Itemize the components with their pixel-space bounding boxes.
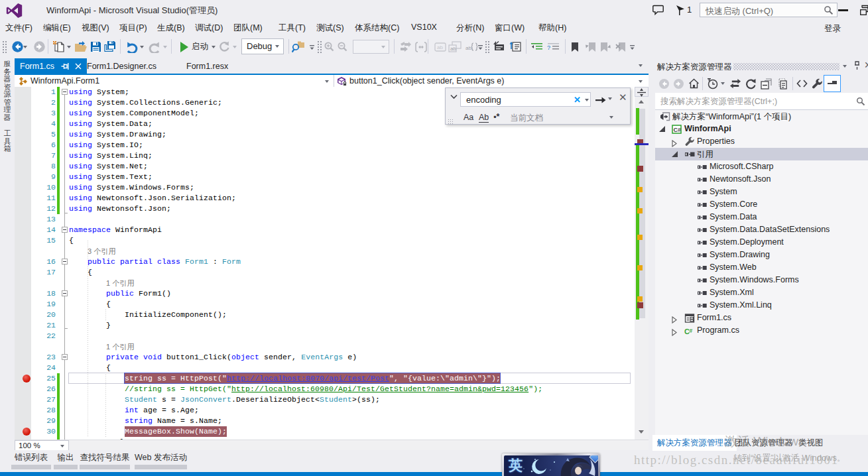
redo-button[interactable] bbox=[149, 35, 161, 58]
code-line[interactable]: { bbox=[69, 267, 635, 278]
find-close-button[interactable]: ✕ bbox=[619, 91, 627, 103]
bottom-tab-1[interactable]: 输出 bbox=[54, 452, 78, 463]
code-text[interactable]: using System;using System.Collections.Ge… bbox=[69, 87, 635, 440]
code-line[interactable]: using Newtonsoft.Json; bbox=[69, 204, 635, 214]
tree-item-microsoft.csharp[interactable]: Microsoft.CSharp bbox=[655, 160, 868, 173]
properties-wrench-button[interactable] bbox=[812, 74, 823, 93]
chevron-expanded-icon[interactable] bbox=[672, 151, 678, 157]
panel-drag-texture[interactable] bbox=[733, 63, 839, 70]
tree-item-winformapi[interactable]: C#WinformApi bbox=[655, 123, 868, 135]
previous-bookmark-button[interactable] bbox=[584, 35, 596, 58]
refresh-dropdown[interactable] bbox=[233, 35, 237, 58]
new-file-button[interactable] bbox=[53, 35, 65, 58]
comment-button[interactable] bbox=[493, 35, 505, 58]
navigate-to-button[interactable] bbox=[399, 35, 411, 58]
code-line[interactable] bbox=[69, 331, 635, 341]
chevron-down-icon[interactable] bbox=[212, 46, 216, 48]
sign-in-link[interactable]: 登录 bbox=[824, 23, 841, 34]
chevron-down-icon[interactable] bbox=[163, 46, 167, 48]
breakpoint-dot[interactable] bbox=[23, 428, 31, 436]
pending-changes-filter-dropdown[interactable] bbox=[721, 74, 725, 93]
find-in-files-button[interactable] bbox=[292, 35, 305, 58]
minimize-button[interactable] bbox=[838, 9, 848, 11]
navbar-member-dropdown[interactable] bbox=[639, 80, 643, 83]
find-scope-dropdown[interactable] bbox=[609, 116, 613, 119]
code-line[interactable]: MessageBox.Show(Name); bbox=[69, 426, 635, 437]
zoom-level-combobox[interactable] bbox=[353, 40, 389, 54]
code-line[interactable]: //string ss = HttpGet("http://localhost:… bbox=[69, 384, 635, 394]
menu-h[interactable]: 帮助(H) bbox=[538, 23, 566, 34]
navigate-backward-dropdown[interactable] bbox=[23, 35, 27, 58]
toolbar-overflow-button[interactable] bbox=[629, 35, 636, 58]
menu-vsx[interactable]: VS10X bbox=[411, 23, 437, 32]
code-line[interactable]: 1 个引用 bbox=[69, 341, 635, 352]
chevron-down-icon[interactable] bbox=[23, 46, 27, 48]
menu-b[interactable]: 生成(B) bbox=[157, 23, 185, 34]
bookmark-toggle-button[interactable] bbox=[570, 35, 580, 58]
tab-form1-designer-cs[interactable]: Form1.Designer.cs bbox=[87, 58, 156, 74]
menu-s[interactable]: 测试(S) bbox=[316, 23, 344, 34]
code-line[interactable]: using System.Drawing; bbox=[69, 129, 635, 140]
code-snippet-button[interactable]: ab bbox=[465, 35, 478, 58]
code-line[interactable]: InitializeComponent(); bbox=[69, 310, 635, 320]
tree-item-system[interactable]: System bbox=[655, 186, 868, 198]
zoom-out-button[interactable] bbox=[337, 35, 348, 58]
find-resize-grip[interactable] bbox=[448, 119, 453, 124]
code-line[interactable] bbox=[69, 214, 635, 225]
tab-list-dropdown[interactable] bbox=[639, 64, 643, 67]
navbar-type-dropdown[interactable] bbox=[325, 80, 329, 83]
pending-changes-filter-button[interactable] bbox=[707, 74, 719, 93]
toolbar-grip[interactable] bbox=[317, 40, 322, 53]
code-line[interactable]: Student s = JsonConvert.DeserializeObjec… bbox=[69, 394, 635, 405]
server-explorer-vertical-tab[interactable]: 服 务 器 资 源 管 理 器 bbox=[3, 60, 12, 121]
navbar-member-combobox[interactable]: button1_Click(object sender, EventArgs e… bbox=[349, 76, 504, 86]
toolbar-overflow-button[interactable] bbox=[309, 35, 316, 58]
preview-selected-items-toggle[interactable] bbox=[824, 75, 841, 92]
chevron-down-icon[interactable] bbox=[233, 46, 237, 48]
home-button[interactable] bbox=[688, 74, 700, 93]
navbar-type-combobox[interactable]: WinformApi.Form1 bbox=[31, 76, 99, 86]
code-line[interactable]: string Name = s.Name; bbox=[69, 416, 635, 426]
code-line[interactable]: private void button1_Click(object sender… bbox=[69, 352, 635, 363]
panel-splitter[interactable] bbox=[649, 58, 655, 476]
save-button[interactable] bbox=[90, 35, 101, 58]
quick-launch-search-input[interactable]: 快速启动 (Ctrl+Q) bbox=[700, 3, 837, 17]
find-scope-combobox[interactable]: 当前文档 bbox=[510, 113, 543, 124]
refresh-button[interactable] bbox=[219, 35, 230, 58]
toolbar-grip[interactable] bbox=[485, 40, 490, 53]
code-line[interactable]: using System.IO; bbox=[69, 140, 635, 150]
close-icon[interactable]: ✕ bbox=[864, 60, 868, 70]
chevron-down-icon[interactable] bbox=[140, 46, 144, 48]
menu-c[interactable]: 体系结构(C) bbox=[355, 23, 399, 34]
word-wrap-button[interactable]: ab bbox=[434, 35, 446, 58]
code-line[interactable]: using System.Text; bbox=[69, 172, 635, 182]
code-line[interactable]: { bbox=[69, 235, 635, 246]
toolbox-vertical-tab[interactable]: 工 具 箱 bbox=[3, 130, 12, 153]
code-line[interactable]: public Form1() bbox=[69, 288, 635, 299]
chevron-down-icon[interactable] bbox=[381, 46, 385, 48]
decrease-indent-button[interactable] bbox=[530, 35, 543, 58]
tab-form1-resx[interactable]: Form1.resx bbox=[186, 58, 228, 74]
tree-item-program.cs[interactable]: C#Program.cs bbox=[655, 324, 868, 337]
chevron-expanded-icon[interactable] bbox=[659, 126, 665, 132]
code-line[interactable]: { bbox=[69, 363, 635, 373]
chevron-collapsed-icon[interactable] bbox=[672, 138, 676, 144]
collapse-all-button[interactable] bbox=[761, 74, 773, 93]
tree-item-system.core[interactable]: System.Core bbox=[655, 198, 868, 211]
tree-item-system.xml[interactable]: System.Xml bbox=[655, 286, 868, 299]
find-next-button[interactable] bbox=[595, 97, 606, 103]
code-line[interactable]: 1 个引用 bbox=[69, 278, 635, 288]
code-line[interactable]: { bbox=[69, 299, 635, 310]
fold-collapse-box[interactable] bbox=[62, 89, 68, 95]
tree-item--[interactable]: 引用 bbox=[655, 148, 868, 160]
tool-window-tab-0[interactable]: 解决方案资源管理器 bbox=[652, 435, 737, 451]
menu-t[interactable]: 工具(T) bbox=[279, 23, 306, 34]
navigate-forward-button[interactable] bbox=[33, 35, 46, 58]
menu-e[interactable]: 编辑(E) bbox=[43, 23, 71, 34]
undo-dropdown[interactable] bbox=[140, 35, 144, 58]
notifications-flag-icon[interactable] bbox=[676, 5, 685, 15]
code-line[interactable]: public partial class Form1 : Form bbox=[69, 257, 635, 267]
zoom-in-button[interactable] bbox=[324, 35, 335, 58]
match-case-toggle[interactable]: Aa bbox=[464, 113, 473, 122]
search-icon[interactable] bbox=[856, 97, 865, 106]
